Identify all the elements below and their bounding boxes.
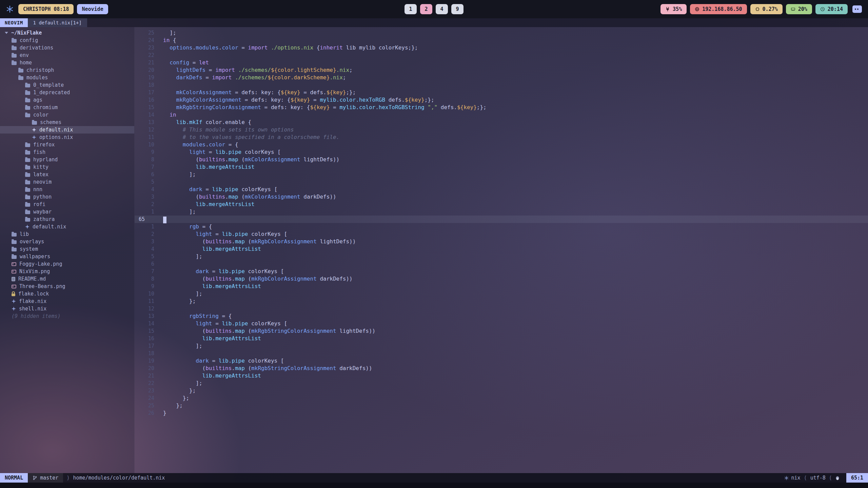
code-line[interactable]: 19 dark = lib.pipe colorKeys [ [135,357,868,365]
code-line[interactable]: 16 lib.mergeAttrsList [135,335,868,342]
tree-item-default.nix[interactable]: default.nix [0,223,134,230]
tree-item-nnn[interactable]: nnn [0,186,134,193]
tree-item-shell.nix[interactable]: shell.nix [0,305,134,312]
code-line[interactable]: 10 ]; [135,290,868,298]
cursor-line[interactable]: 65 [135,216,868,223]
tree-item-schemes[interactable]: schemes [0,119,134,126]
tree-item-1-deprecated[interactable]: 1_deprecated [0,89,134,96]
code-line[interactable]: 8 (builtins.map (mkColorAssignment light… [135,156,868,163]
workspace-1-button[interactable]: 1 [405,4,417,14]
code-line[interactable]: 7 lib.mergeAttrsList [135,163,868,171]
tree-item-default.nix[interactable]: default.nix [0,126,134,134]
code-line[interactable]: 25 ]; [135,29,868,37]
tree-item-chromium[interactable]: chromium [0,104,134,111]
tree-item-waybar[interactable]: waybar [0,208,134,216]
code-line[interactable]: 7 dark = lib.pipe colorKeys [ [135,268,868,275]
tree-item-three-bears.png[interactable]: Three-Bears.png [0,283,134,290]
tree-item-foggy-lake.png[interactable]: Foggy-Lake.png [0,260,134,268]
tree-item-flake.lock[interactable]: flake.lock [0,290,134,298]
code-line[interactable]: 18 [135,350,868,357]
code-line[interactable]: 2 lib.mergeAttrsList [135,201,868,208]
code-line[interactable]: 3 (builtins.map (mkColorAssignment darkD… [135,193,868,201]
tree-item-christoph[interactable]: christoph [0,66,134,74]
tree-item-home[interactable]: home [0,59,134,66]
code-line[interactable]: 5 [135,178,868,186]
code-line[interactable]: 12 [135,305,868,312]
code-line[interactable]: 24 }; [135,394,868,402]
code-line[interactable]: 17 mkColorAssignment = defs: key: {${key… [135,89,868,96]
tree-item-zathura[interactable]: zathura [0,216,134,223]
code-line[interactable]: 4 dark = lib.pipe colorKeys [ [135,186,868,193]
tree-item-fish[interactable]: fish [0,148,134,156]
code-line[interactable]: 19 darkDefs = import ./schemes/${color.d… [135,74,868,81]
tree-item-overlays[interactable]: overlays [0,238,134,245]
tree-item-options.nix[interactable]: options.nix [0,134,134,141]
code-line[interactable]: 2 light = lib.pipe colorKeys [ [135,230,868,238]
code-line[interactable]: 13 rgbString = { [135,312,868,320]
workspace-2-button[interactable]: 2 [420,4,432,14]
code-line[interactable]: 23 }; [135,387,868,394]
code-line[interactable]: 20 (builtins.map (mkRgbStringColorAssign… [135,365,868,372]
tree-item-derivations[interactable]: derivations [0,44,134,52]
tray-icon[interactable] [852,5,862,13]
tree-item-flake.nix[interactable]: flake.nix [0,298,134,305]
tree-item-system[interactable]: system [0,245,134,253]
code-line[interactable]: 10 modules.color = { [135,141,868,148]
code-line[interactable]: 9 light = lib.pipe colorKeys [ [135,148,868,156]
code-line[interactable]: 3 (builtins.map (mkRgbColorAssignment li… [135,238,868,245]
tree-item-0-template[interactable]: 0_template [0,81,134,89]
code-line[interactable]: 24in { [135,37,868,44]
tree-item-lib[interactable]: lib [0,230,134,238]
command-line[interactable] [0,483,868,488]
tree-item-wallpapers[interactable]: wallpapers [0,253,134,260]
tree-item-config[interactable]: config [0,37,134,44]
code-line[interactable]: 11 }; [135,298,868,305]
code-line[interactable]: 13 lib.mkIf color.enable { [135,119,868,126]
workspace-9-button[interactable]: 9 [451,4,463,14]
tree-item-hyprland[interactable]: hyprland [0,156,134,163]
tree-item-nixvim.png[interactable]: NixVim.png [0,268,134,275]
tree-item--nixflake[interactable]: ~/NixFlake [0,29,134,37]
tree-item-modules[interactable]: modules [0,74,134,81]
tree-item-latex[interactable]: latex [0,171,134,178]
code-line[interactable]: 23 options.modules.color = import ./opti… [135,44,868,52]
code-line[interactable]: 21 lib.mergeAttrsList [135,372,868,380]
code-line[interactable]: 1 rgb = { [135,223,868,230]
tree-item-neovim[interactable]: neovim [0,178,134,186]
code-line[interactable]: 6 [135,260,868,268]
code-line[interactable]: 18 [135,81,868,89]
tree-item-env[interactable]: env [0,52,134,59]
tree-item-firefox[interactable]: firefox [0,141,134,148]
code-line[interactable]: 6 ]; [135,171,868,178]
tab-default-nix[interactable]: 1 default.nix[1+] [28,18,87,27]
code-line[interactable]: 26} [135,409,868,417]
code-line[interactable]: 25 }; [135,402,868,409]
code-line[interactable]: 8 (builtins.map (mkRgbColorAssignment da… [135,275,868,283]
tree-item-ags[interactable]: ags [0,96,134,104]
code-line[interactable]: 5 ]; [135,253,868,260]
code-line[interactable]: 15 mkRgbStringColorAssignment = defs: ke… [135,104,868,111]
editor-buffer[interactable]: 25 ];24in {23 options.modules.color = im… [135,27,868,473]
code-line[interactable]: 15 (builtins.map (mkRgbStringColorAssign… [135,327,868,335]
tree-item-readme.md[interactable]: README.md [0,275,134,283]
git-branch[interactable]: master [28,473,63,483]
workspace-4-button[interactable]: 4 [436,4,448,14]
code-line[interactable]: 20 lightDefs = import ./schemes/${color.… [135,66,868,74]
code-line[interactable]: 16 mkRgbColorAssignment = defs: key: {${… [135,96,868,104]
code-line[interactable]: 11 # to the values specified in a colors… [135,134,868,141]
tree-item-python[interactable]: python [0,193,134,201]
code-line[interactable]: 1 ]; [135,208,868,216]
tree-item-kitty[interactable]: kitty [0,163,134,171]
code-line[interactable]: 12 # This module sets its own options [135,126,868,134]
tree-item-rofi[interactable]: rofi [0,201,134,208]
code-line[interactable]: 4 lib.mergeAttrsList [135,245,868,253]
tree-item-color[interactable]: color [0,111,134,119]
code-line[interactable]: 14 light = lib.pipe colorKeys [ [135,320,868,327]
code-line[interactable]: 22 [135,52,868,59]
tree-item--9-hidden-items-[interactable]: (9 hidden items) [0,312,134,320]
code-line[interactable]: 14 in [135,111,868,119]
code-line[interactable]: 21 config = let [135,59,868,66]
code-line[interactable]: 9 lib.mergeAttrsList [135,283,868,290]
code-line[interactable]: 17 ]; [135,342,868,350]
code-line[interactable]: 22 ]; [135,380,868,387]
